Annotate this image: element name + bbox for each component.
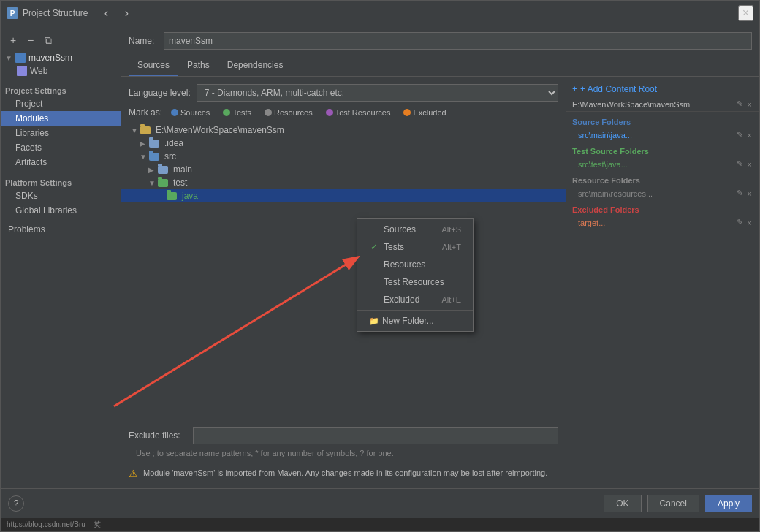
footer-right: OK Cancel Apply xyxy=(604,495,752,512)
forward-button[interactable]: › xyxy=(118,5,134,21)
bottom-section: Exclude files: Use ; to separate name pa… xyxy=(121,419,566,463)
ctx-test-resources[interactable]: Test Resources xyxy=(357,273,473,291)
project-settings-header: Project Settings xyxy=(1,82,121,96)
expand-arrow: ▼ xyxy=(5,54,12,62)
sidebar-item-artifacts[interactable]: Artifacts xyxy=(1,155,121,170)
file-tree-panel: Language level: 7 - Diamonds, ARM, multi… xyxy=(121,77,566,488)
resource-folders-header: Resource Folders xyxy=(566,170,759,187)
mark-resources-button[interactable]: Resources xyxy=(260,107,317,118)
sidebar: + − ⧉ ▼ mavenSsm Web Project Settings Pr… xyxy=(1,26,121,488)
ftree-main[interactable]: ▶ main xyxy=(121,163,566,176)
mark-test-resources-button[interactable]: Test Resources xyxy=(322,107,395,118)
sidebar-item-modules[interactable]: Modules xyxy=(1,111,121,126)
rp-root-path-row: E:\MavenWorkSpace\mavenSsm ✎ × xyxy=(566,97,759,112)
sidebar-item-libraries[interactable]: Libraries xyxy=(1,126,121,140)
sidebar-item-problems[interactable]: Problems xyxy=(1,222,121,237)
test-folder-icon xyxy=(158,179,168,187)
url-bar: https://blog.csdn.net/Bru 英 xyxy=(1,518,759,531)
rp-excluded-edit-button[interactable]: ✎ xyxy=(735,218,745,227)
mark-sources-button[interactable]: Sources xyxy=(167,107,214,118)
tree-item-web[interactable]: Web xyxy=(1,64,121,77)
ctx-tests-check: ✓ xyxy=(369,242,379,252)
warning-text: Module 'mavenSsm' is imported from Maven… xyxy=(143,468,547,479)
src-folder-icon xyxy=(149,153,159,161)
main-arrow: ▶ xyxy=(148,166,156,174)
add-module-button[interactable]: + xyxy=(5,32,21,48)
root-folder-icon xyxy=(140,126,151,134)
ok-button[interactable]: OK xyxy=(604,495,641,512)
sidebar-item-sdks[interactable]: SDKs xyxy=(1,189,121,203)
mark-as-row: Mark as: Sources Tests Resources xyxy=(121,104,566,121)
test-resources-dot xyxy=(326,109,333,116)
rp-excluded-close-button[interactable]: × xyxy=(746,218,753,227)
rp-source-edit-button[interactable]: ✎ xyxy=(735,130,745,140)
sidebar-toolbar: + − ⧉ xyxy=(1,29,121,51)
file-tree: ▼ E:\MavenWorkSpace\mavenSsm ▶ .idea xyxy=(121,121,566,419)
ftree-java[interactable]: java xyxy=(121,189,566,202)
ctx-new-folder[interactable]: 📁 New Folder... xyxy=(357,312,473,330)
add-icon: + xyxy=(572,84,577,94)
rp-edit-button[interactable]: ✎ xyxy=(735,99,745,109)
close-button[interactable]: × xyxy=(738,5,753,21)
rp-resource-folder-path: src\main\resources... xyxy=(578,189,653,198)
ftree-root[interactable]: ▼ E:\MavenWorkSpace\mavenSsm xyxy=(121,123,566,137)
sidebar-item-global-libraries[interactable]: Global Libraries xyxy=(1,203,121,218)
app-icon: P xyxy=(7,7,18,19)
tests-dot xyxy=(223,109,230,116)
right-panel: + + Add Content Root E:\MavenWorkSpace\m… xyxy=(566,77,759,488)
lang-level-select[interactable]: 7 - Diamonds, ARM, multi-catch etc. xyxy=(197,84,558,102)
help-button[interactable]: ? xyxy=(8,495,24,512)
mark-excluded-button[interactable]: Excluded xyxy=(399,107,450,118)
main-folder-icon xyxy=(158,166,168,174)
name-input[interactable] xyxy=(164,32,752,50)
ctx-tests[interactable]: ✓ Tests Alt+T xyxy=(357,238,473,256)
idea-folder-icon xyxy=(149,140,159,148)
tree-item-mavenssm[interactable]: ▼ mavenSsm xyxy=(1,51,121,64)
back-button[interactable]: ‹ xyxy=(98,5,114,21)
add-content-root-button[interactable]: + + Add Content Root xyxy=(566,81,759,97)
remove-module-button[interactable]: − xyxy=(23,32,39,48)
copy-module-button[interactable]: ⧉ xyxy=(40,32,56,48)
rp-source-folder-item: src\main\java... ✎ × xyxy=(566,129,759,141)
main-label: main xyxy=(173,164,192,175)
resources-dot xyxy=(265,109,272,116)
excluded-folders-header: Excluded Folders xyxy=(566,200,759,216)
tab-sources[interactable]: Sources xyxy=(129,56,178,76)
java-label: java xyxy=(182,191,198,201)
test-label: test xyxy=(173,178,187,188)
rp-resource-close-button[interactable]: × xyxy=(746,189,753,198)
rp-test-folder-item: src\test\java... ✎ × xyxy=(566,158,759,170)
name-label: Name: xyxy=(129,36,158,46)
exclude-input[interactable] xyxy=(193,427,558,444)
cancel-button[interactable]: Cancel xyxy=(647,495,699,512)
ftree-test[interactable]: ▼ test xyxy=(121,176,566,189)
src-label: src xyxy=(164,151,176,162)
title-bar-left: P Project Structure ‹ › xyxy=(7,5,134,21)
rp-test-close-button[interactable]: × xyxy=(746,159,753,169)
tab-paths[interactable]: Paths xyxy=(178,56,218,76)
context-menu: Sources Alt+S ✓ Tests Alt+T Resources Te… xyxy=(357,218,474,332)
root-path: E:\MavenWorkSpace\mavenSsm xyxy=(156,125,284,135)
mark-tests-button[interactable]: Tests xyxy=(218,107,256,118)
root-arrow: ▼ xyxy=(131,126,138,134)
new-folder-icon: 📁 xyxy=(369,316,379,326)
rp-test-edit-button[interactable]: ✎ xyxy=(735,159,745,169)
project-structure-dialog: P Project Structure ‹ › × + − ⧉ ▼ mavenS… xyxy=(0,0,760,532)
ftree-idea[interactable]: ▶ .idea xyxy=(121,137,566,150)
ctx-resources[interactable]: Resources xyxy=(357,256,473,273)
ctx-sources[interactable]: Sources Alt+S xyxy=(357,221,473,238)
ftree-src[interactable]: ▼ src xyxy=(121,150,566,163)
rp-root-path: E:\MavenWorkSpace\mavenSsm xyxy=(572,100,690,109)
apply-button[interactable]: Apply xyxy=(705,495,752,512)
tab-dependencies[interactable]: Dependencies xyxy=(218,56,292,76)
sidebar-item-facets[interactable]: Facets xyxy=(1,140,121,155)
web-label: Web xyxy=(30,66,48,76)
dialog-title: Project Structure xyxy=(23,8,88,18)
sidebar-item-project[interactable]: Project xyxy=(1,96,121,111)
rp-source-close-button[interactable]: × xyxy=(746,130,753,140)
hint-text: Use ; to separate name patterns, * for a… xyxy=(129,447,558,459)
exclude-files-row: Exclude files: xyxy=(129,424,558,447)
rp-close-button[interactable]: × xyxy=(746,99,753,109)
rp-resource-edit-button[interactable]: ✎ xyxy=(735,189,745,198)
ctx-excluded[interactable]: Excluded Alt+E xyxy=(357,291,473,308)
